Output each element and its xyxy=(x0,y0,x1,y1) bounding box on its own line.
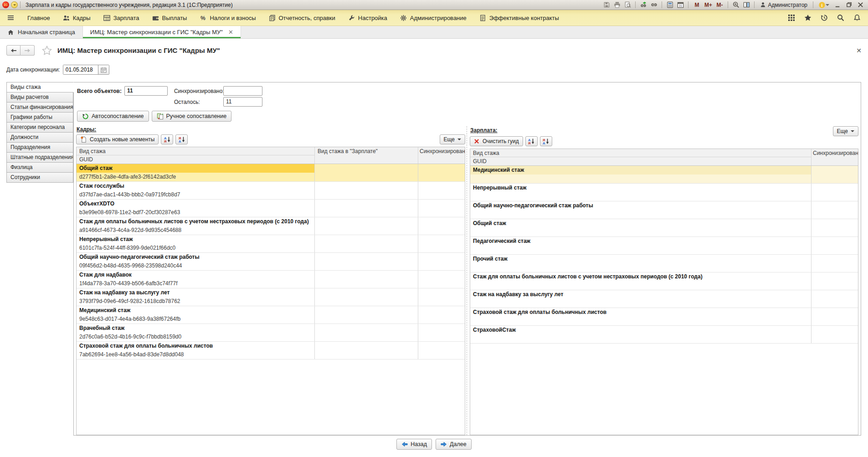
table-row[interactable]: Непрерывный стаж xyxy=(470,184,858,201)
remaining-field[interactable]: 11 xyxy=(223,97,262,107)
table-row[interactable]: Общий научно-педагогический стаж работы … xyxy=(77,253,465,271)
m-minus-icon[interactable]: M- xyxy=(714,2,725,8)
table-row[interactable]: Страховой стаж для оплаты больничных лис… xyxy=(77,342,465,359)
form-close-icon[interactable]: ✕ xyxy=(856,47,862,54)
table-row[interactable]: Прочий стаж xyxy=(470,255,858,272)
clear-guid-button[interactable]: Очистить гуид xyxy=(470,136,523,146)
kadry-sort-desc-button[interactable]: ЯА xyxy=(175,134,188,144)
row-match-cell[interactable] xyxy=(314,342,418,359)
info-button[interactable]: i xyxy=(816,1,832,9)
calendar-picker-button[interactable] xyxy=(98,65,109,74)
favorite-star-icon[interactable] xyxy=(42,46,52,55)
menu-item-кадры[interactable]: Кадры xyxy=(56,10,97,26)
table-row[interactable]: Медицинский стаж xyxy=(470,166,858,184)
table-row[interactable]: Стаж для оплаты больничных листов с учет… xyxy=(77,217,465,235)
calendar-icon[interactable]: 31 xyxy=(675,1,685,9)
zarplata-table-header[interactable]: Вид стажа GUID Синхронизирован xyxy=(470,149,858,166)
sidebar-item[interactable]: Виды расчетов xyxy=(6,92,73,103)
next-button[interactable]: Далее xyxy=(436,439,472,450)
sync-date-input[interactable] xyxy=(63,65,98,74)
close-button[interactable] xyxy=(855,1,866,9)
sidebar-item[interactable]: Должности xyxy=(6,132,73,143)
current-user-chip[interactable]: Администратор xyxy=(757,2,810,8)
row-match-cell[interactable] xyxy=(314,253,418,270)
goto-link-icon[interactable] xyxy=(638,1,648,9)
sidebar-item[interactable]: Графики работы xyxy=(6,112,73,123)
zoom-icon[interactable] xyxy=(731,1,741,9)
table-row[interactable]: Педагогический стаж xyxy=(470,237,858,255)
menu-item-зарплата[interactable]: Зарплата xyxy=(97,10,146,26)
sidebar-item[interactable]: Виды стажа xyxy=(6,82,74,92)
calculator-icon[interactable] xyxy=(665,1,675,9)
table-row[interactable]: Непрерывный стаж 6101c7fa-524f-44ff-8399… xyxy=(77,235,465,253)
hamburger-menu-button[interactable] xyxy=(1,14,21,21)
table-row[interactable]: Стаж для надбавок 1f4da778-3a70-4439-b50… xyxy=(77,271,465,288)
menu-item-отчетность-справки[interactable]: Отчетность, справки xyxy=(262,10,342,26)
zarplata-more-button[interactable]: Еще xyxy=(833,126,858,136)
menu-item-настройка[interactable]: Настройка xyxy=(342,10,394,26)
star-icon[interactable] xyxy=(804,14,812,21)
print-icon[interactable] xyxy=(612,1,622,9)
row-match-cell[interactable] xyxy=(314,164,418,181)
zarplata-sort-desc-button[interactable]: ЯА xyxy=(540,136,552,146)
row-match-cell[interactable] xyxy=(314,271,418,288)
row-match-cell[interactable] xyxy=(314,235,418,252)
row-match-cell[interactable] xyxy=(314,306,418,323)
kadry-more-button[interactable]: Еще xyxy=(440,134,465,144)
table-row[interactable]: Стаж госслужбы d37fd7ae-dac1-443b-bbb2-0… xyxy=(77,182,465,200)
sidebar-item[interactable]: Категории персонала xyxy=(6,122,73,133)
apps-grid-icon[interactable] xyxy=(788,14,795,21)
bell-icon[interactable] xyxy=(853,14,861,21)
sidebar-item[interactable]: Сотрудники xyxy=(6,172,73,183)
zarplata-sort-asc-button[interactable]: АЯ xyxy=(525,136,538,146)
menu-item-эффективные-контракты[interactable]: Эффективные контракты xyxy=(473,10,565,26)
split-window-icon[interactable] xyxy=(741,1,751,9)
table-row[interactable]: Стаж для оплаты больничных листов с учет… xyxy=(470,272,858,290)
total-objects-field[interactable]: 11 xyxy=(124,86,168,96)
table-row[interactable]: ОбъектXDTO b3e99e08-6978-11e2-bdf7-20cf3… xyxy=(77,200,465,217)
history-icon[interactable] xyxy=(821,14,828,21)
menu-item-налоги-и-взносы[interactable]: %Налоги и взносы xyxy=(193,10,262,26)
manual-match-button[interactable]: Ручное сопоставление xyxy=(152,111,232,122)
table-row[interactable]: Медицинский стаж 9e548c63-d017-4e4a-b683… xyxy=(77,306,465,324)
window-menu-button[interactable] xyxy=(11,1,18,8)
synced-field[interactable] xyxy=(223,86,262,96)
sidebar-item[interactable]: Физлица xyxy=(6,162,73,173)
m-icon[interactable]: M xyxy=(691,2,702,8)
maximize-button[interactable] xyxy=(843,1,854,9)
table-row[interactable]: Врачебный стаж 2d76c0a6-b52d-4b16-9c9c-f… xyxy=(77,324,465,342)
print-preview-icon[interactable] xyxy=(622,1,632,9)
forward-nav-button[interactable] xyxy=(21,45,35,56)
back-button[interactable]: Назад xyxy=(396,439,432,450)
back-nav-button[interactable] xyxy=(6,45,21,56)
search-icon[interactable] xyxy=(837,14,844,21)
sidebar-item[interactable]: Статьи финансирования xyxy=(6,102,73,113)
tab-close-icon[interactable]: ✕ xyxy=(228,29,233,36)
table-row[interactable]: СтраховойСтаж xyxy=(470,326,858,344)
table-row[interactable]: Стаж на надбавку за выслугу лет xyxy=(470,290,858,308)
menu-item-администрирование[interactable]: Администрирование xyxy=(394,10,473,26)
table-row[interactable]: Общий стаж xyxy=(470,219,858,237)
table-row[interactable]: Общий стаж d277f5b1-2a8e-4dfa-afe3-2f614… xyxy=(77,164,465,182)
create-elements-button[interactable]: Создать новые элементы xyxy=(76,134,159,144)
row-match-cell[interactable] xyxy=(314,288,418,306)
menu-item-glavnoe[interactable]: Главное xyxy=(21,10,56,26)
row-match-cell[interactable] xyxy=(314,324,418,341)
auto-match-button[interactable]: Автосопоставление xyxy=(77,111,149,122)
row-match-cell[interactable] xyxy=(314,182,418,199)
row-match-cell[interactable] xyxy=(314,200,418,217)
minimize-button[interactable] xyxy=(832,1,843,9)
row-match-cell[interactable] xyxy=(314,217,418,235)
tab-home[interactable]: Начальная страница xyxy=(0,26,83,38)
table-row[interactable]: Общий научно-педагогический стаж работы xyxy=(470,201,858,219)
menu-item-выплаты[interactable]: Выплаты xyxy=(146,10,194,26)
kadry-sort-asc-button[interactable]: АЯ xyxy=(161,134,173,144)
table-row[interactable]: Страховой стаж для оплаты больничных лис… xyxy=(470,308,858,326)
tab-sync-wizard[interactable]: ИМЦ: Мастер синхронизации с ГИС "Кадры М… xyxy=(83,26,241,38)
table-row[interactable]: Стаж на надбавку за выслугу лет 3793f79d… xyxy=(77,288,465,306)
save-icon[interactable] xyxy=(601,1,611,9)
get-link-icon[interactable] xyxy=(649,1,659,9)
kadry-table-header[interactable]: Вид стажа GUID Вид стажа в "Зарплате" Си… xyxy=(77,147,465,164)
sidebar-item[interactable]: Штатные подразделения xyxy=(6,152,73,163)
sidebar-item[interactable]: Подразделения xyxy=(6,142,73,153)
